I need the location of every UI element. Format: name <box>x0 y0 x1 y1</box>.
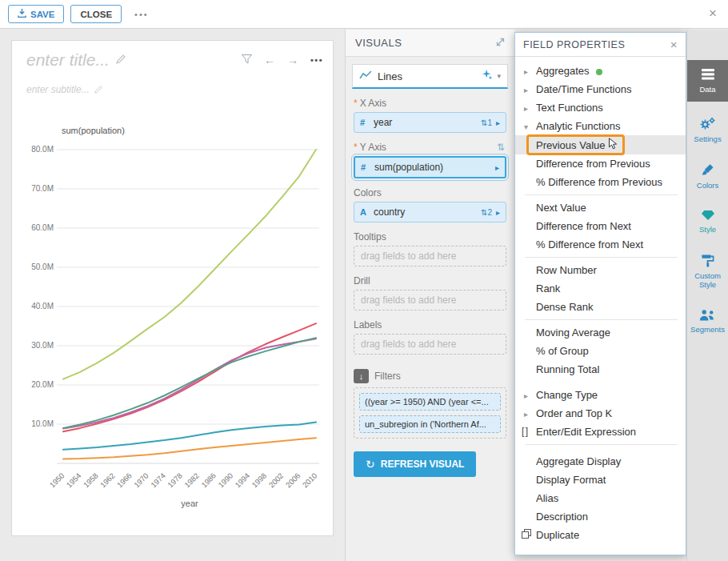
menu-item-rank[interactable]: Rank <box>515 279 686 298</box>
x-axis-field-pill[interactable]: # year ⇅1 ▸ <box>354 112 506 133</box>
labels-dropzone[interactable]: drag fields to add here <box>354 334 506 355</box>
line-chart-icon <box>359 69 372 83</box>
refresh-visual-button[interactable]: ↻ REFRESH VISUAL <box>354 451 476 477</box>
menu-item-of-group[interactable]: % of Group <box>515 342 686 360</box>
save-button[interactable]: SAVE <box>8 5 64 23</box>
chevron-collapsed-icon[interactable]: ▸ <box>524 84 528 96</box>
colors-field-name: country <box>374 206 477 218</box>
swap-sort-icon[interactable]: ⇅ <box>497 142 505 153</box>
menu-item-running-total[interactable]: Running Total <box>515 360 686 379</box>
sparkle-icon[interactable] <box>482 69 493 83</box>
drill-shelf-label: Drill <box>354 275 370 287</box>
menu-item-next-value[interactable]: Next Value <box>515 198 686 217</box>
menu-section-text-functions[interactable]: ▸Text Functions <box>515 98 686 117</box>
chevron-collapsed-icon[interactable]: ▸ <box>524 390 528 402</box>
tooltips-label-row: Tooltips <box>354 231 505 242</box>
drill-dropzone[interactable]: drag fields to add here <box>354 290 506 311</box>
filter-icon[interactable] <box>242 54 252 66</box>
sidebar-item-style[interactable]: Style <box>687 205 728 238</box>
sidebar-item-segments[interactable]: Segments <box>687 304 728 339</box>
field-menu-caret-icon[interactable]: ▸ <box>495 163 499 172</box>
sidebar-item-colors[interactable]: Colors <box>687 158 728 194</box>
canvas-more-icon[interactable]: ••• <box>310 55 323 65</box>
menu-section-order-and-top-k[interactable]: ▸Order and Top K <box>515 404 686 423</box>
labels-label-row: Labels <box>354 319 505 331</box>
x-tick-label: 1950 <box>48 471 66 490</box>
menu-item-previous-value[interactable]: Previous Value <box>515 135 686 154</box>
chart-type-label: Lines <box>378 70 476 82</box>
duplicate-icon <box>522 529 531 541</box>
close-button[interactable]: CLOSE <box>70 5 122 23</box>
labels-shelf-label: Labels <box>354 319 382 331</box>
sidebar-item-data[interactable]: Data <box>687 60 728 102</box>
menu-item-label: Aggregate Display <box>536 455 621 467</box>
menu-item-moving-average[interactable]: Moving Average <box>515 323 686 342</box>
sidebar-item-label: Colors <box>697 181 718 190</box>
menu-item-display-format[interactable]: Display Format <box>515 471 686 489</box>
y-axis-field-pill[interactable]: # sum(population) ▸ <box>354 156 506 178</box>
tooltips-shelf-label: Tooltips <box>354 231 386 242</box>
sidebar-item-settings[interactable]: Settings <box>687 112 728 148</box>
line-red <box>63 323 316 431</box>
menu-item-enter-edit-expression[interactable]: [ ]Enter/Edit Expression <box>515 423 686 441</box>
menu-item-difference-from-next[interactable]: Difference from Next <box>515 217 686 235</box>
sidebar-item-label: Settings <box>694 134 721 143</box>
edit-subtitle-icon[interactable] <box>94 82 102 97</box>
y-axis-label-row: * Y Axis ⇅ <box>354 142 505 153</box>
x-tick-label: 1962 <box>98 471 117 490</box>
menu-item-label: Aggregates <box>536 65 590 77</box>
menu-item-alias[interactable]: Alias <box>515 489 686 507</box>
sidebar-item-custom-style[interactable]: Custom Style <box>687 249 728 294</box>
title-placeholder[interactable]: enter title... <box>26 50 110 70</box>
menu-section-change-type[interactable]: ▸Change Type <box>515 386 686 404</box>
x-tick-label: 1954 <box>65 471 83 490</box>
filter-pill[interactable]: un_subregion in ('Northern Af... <box>359 415 501 433</box>
chevron-collapsed-icon[interactable]: ▸ <box>524 66 528 78</box>
y-axis-title: sum(population) <box>62 126 125 135</box>
filters-badge-icon[interactable]: ↓ <box>354 369 369 383</box>
menu-item-difference-from-next[interactable]: % Difference from Next <box>515 235 686 254</box>
menu-item-difference-from-previous[interactable]: % Difference from Previous <box>515 173 686 191</box>
field-menu-caret-icon[interactable]: ▸ <box>496 208 500 217</box>
menu-item-difference-from-previous[interactable]: Difference from Previous <box>515 154 686 173</box>
menu-section-aggregates[interactable]: ▸Aggregates <box>515 62 686 80</box>
filters-shelf-label: Filters <box>374 371 401 382</box>
menu-item-duplicate[interactable]: Duplicate <box>515 526 686 544</box>
menu-item-dense-rank[interactable]: Dense Rank <box>515 298 686 316</box>
menu-section-date-time-functions[interactable]: ▸Date/Time Functions <box>515 80 686 98</box>
chevron-down-icon[interactable]: ▾ <box>497 72 501 80</box>
more-options-icon[interactable]: ••• <box>134 10 149 19</box>
menu-item-aggregate-display[interactable]: Aggregate Display <box>515 452 686 471</box>
sort-order-icon: ⇅2 <box>481 208 492 217</box>
forward-arrow-icon[interactable]: → <box>287 54 298 66</box>
chevron-collapsed-icon[interactable]: ▸ <box>524 102 528 114</box>
save-button-label: SAVE <box>30 10 54 19</box>
colors-field-pill[interactable]: A country ⇅2 ▸ <box>354 202 506 222</box>
highlight-annotation: Previous Value <box>526 134 625 155</box>
popover-close-icon[interactable]: × <box>670 38 678 50</box>
y-tick-label: 30.0M <box>31 341 54 350</box>
x-tick-label: 1970 <box>132 471 150 490</box>
field-menu-caret-icon[interactable]: ▸ <box>496 118 500 127</box>
menu-item-label: Duplicate <box>536 529 579 541</box>
chevron-collapsed-icon[interactable]: ▸ <box>524 408 528 420</box>
subtitle-placeholder[interactable]: enter subtitle... <box>26 84 90 95</box>
expand-panel-icon[interactable] <box>496 37 505 49</box>
settings-icon <box>689 117 726 132</box>
tooltips-dropzone[interactable]: drag fields to add here <box>354 246 506 266</box>
menu-item-description[interactable]: Description <box>515 507 686 526</box>
chevron-expanded-icon[interactable]: ▾ <box>524 121 528 133</box>
back-arrow-icon[interactable]: ← <box>264 54 275 66</box>
x-tick-label: 1966 <box>115 471 134 490</box>
filter-pill[interactable]: ((year >= 1950) AND (year <=... <box>359 393 501 411</box>
x-axis-title: year <box>181 499 198 508</box>
window-close-icon[interactable]: × <box>709 6 717 20</box>
filters-dropzone[interactable]: ((year >= 1950) AND (year <=...un_subreg… <box>354 387 506 439</box>
field-properties-title: FIELD PROPERTIES <box>523 39 625 50</box>
x-tick-label: 2002 <box>267 471 286 490</box>
x-tick-label: 1958 <box>82 471 100 490</box>
chart-type-selector[interactable]: Lines ▾ <box>352 64 508 89</box>
menu-section-analytic-functions[interactable]: ▾Analytic Functions <box>515 117 686 135</box>
edit-title-icon[interactable] <box>116 53 126 67</box>
menu-item-row-number[interactable]: Row Number <box>515 261 686 279</box>
